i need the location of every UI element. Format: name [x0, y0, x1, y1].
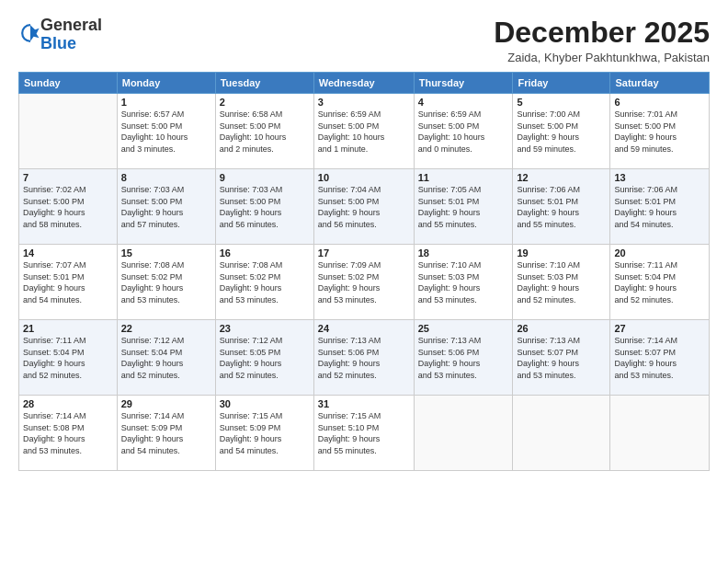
header-sunday: Sunday — [19, 73, 118, 94]
day-info: Sunrise: 7:06 AM Sunset: 5:01 PM Dayligh… — [614, 184, 705, 230]
calendar-table: Sunday Monday Tuesday Wednesday Thursday… — [18, 72, 710, 471]
calendar-cell: 28Sunrise: 7:14 AM Sunset: 5:08 PM Dayli… — [19, 396, 118, 471]
header: General Blue December 2025 Zaida, Khyber… — [18, 17, 710, 64]
day-number: 22 — [121, 323, 211, 334]
calendar-cell: 25Sunrise: 7:13 AM Sunset: 5:06 PM Dayli… — [414, 320, 513, 396]
day-number: 23 — [220, 323, 310, 334]
day-info: Sunrise: 7:01 AM Sunset: 5:00 PM Dayligh… — [614, 109, 705, 155]
calendar-cell: 6Sunrise: 7:01 AM Sunset: 5:00 PM Daylig… — [610, 94, 710, 169]
day-number: 8 — [121, 172, 211, 183]
day-info: Sunrise: 7:13 AM Sunset: 5:06 PM Dayligh… — [418, 335, 509, 381]
day-number: 28 — [23, 398, 113, 409]
day-number: 25 — [418, 323, 509, 334]
day-number: 2 — [220, 97, 310, 108]
day-number: 7 — [23, 172, 113, 183]
day-info: Sunrise: 7:02 AM Sunset: 5:00 PM Dayligh… — [23, 184, 113, 230]
day-info: Sunrise: 7:11 AM Sunset: 5:04 PM Dayligh… — [23, 335, 113, 381]
calendar-week-row: 21Sunrise: 7:11 AM Sunset: 5:04 PM Dayli… — [19, 320, 710, 396]
logo-icon — [20, 23, 40, 43]
day-info: Sunrise: 7:07 AM Sunset: 5:01 PM Dayligh… — [23, 259, 113, 305]
calendar-cell: 29Sunrise: 7:14 AM Sunset: 5:09 PM Dayli… — [117, 396, 215, 471]
day-info: Sunrise: 7:13 AM Sunset: 5:06 PM Dayligh… — [318, 335, 410, 381]
calendar-cell: 11Sunrise: 7:05 AM Sunset: 5:01 PM Dayli… — [414, 169, 513, 245]
calendar-cell: 16Sunrise: 7:08 AM Sunset: 5:02 PM Dayli… — [215, 245, 313, 320]
day-info: Sunrise: 7:14 AM Sunset: 5:07 PM Dayligh… — [614, 335, 705, 381]
day-number: 14 — [23, 247, 113, 259]
day-number: 29 — [121, 398, 211, 409]
calendar-cell — [513, 396, 610, 471]
calendar-cell: 14Sunrise: 7:07 AM Sunset: 5:01 PM Dayli… — [19, 245, 118, 320]
day-info: Sunrise: 7:10 AM Sunset: 5:03 PM Dayligh… — [517, 259, 606, 305]
day-info: Sunrise: 7:14 AM Sunset: 5:08 PM Dayligh… — [23, 410, 113, 456]
weekday-header-row: Sunday Monday Tuesday Wednesday Thursday… — [19, 73, 710, 94]
calendar-week-row: 28Sunrise: 7:14 AM Sunset: 5:08 PM Dayli… — [19, 396, 710, 471]
title-area: December 2025 Zaida, Khyber Pakhtunkhwa,… — [494, 17, 710, 64]
day-number: 9 — [220, 172, 310, 183]
day-info: Sunrise: 6:58 AM Sunset: 5:00 PM Dayligh… — [220, 109, 310, 155]
day-number: 24 — [318, 323, 410, 334]
header-thursday: Thursday — [414, 73, 513, 94]
day-number: 18 — [418, 247, 509, 259]
day-info: Sunrise: 7:00 AM Sunset: 5:00 PM Dayligh… — [517, 109, 606, 155]
calendar-cell — [19, 94, 118, 169]
day-number: 17 — [318, 247, 410, 259]
logo-general-text: General — [40, 16, 102, 34]
page: General Blue December 2025 Zaida, Khyber… — [0, 0, 728, 563]
header-monday: Monday — [117, 73, 215, 94]
calendar-cell: 15Sunrise: 7:08 AM Sunset: 5:02 PM Dayli… — [117, 245, 215, 320]
calendar-cell: 12Sunrise: 7:06 AM Sunset: 5:01 PM Dayli… — [513, 169, 610, 245]
day-number: 19 — [517, 247, 606, 259]
day-info: Sunrise: 6:59 AM Sunset: 5:00 PM Dayligh… — [418, 109, 509, 155]
day-number: 27 — [614, 323, 705, 334]
day-info: Sunrise: 7:03 AM Sunset: 5:00 PM Dayligh… — [121, 184, 211, 230]
calendar-cell: 22Sunrise: 7:12 AM Sunset: 5:04 PM Dayli… — [117, 320, 215, 396]
calendar-cell: 3Sunrise: 6:59 AM Sunset: 5:00 PM Daylig… — [313, 94, 414, 169]
day-info: Sunrise: 7:11 AM Sunset: 5:04 PM Dayligh… — [614, 259, 705, 305]
day-number: 3 — [318, 97, 410, 108]
calendar-cell: 1Sunrise: 6:57 AM Sunset: 5:00 PM Daylig… — [117, 94, 215, 169]
day-info: Sunrise: 7:06 AM Sunset: 5:01 PM Dayligh… — [517, 184, 606, 230]
day-number: 15 — [121, 247, 211, 259]
day-info: Sunrise: 7:13 AM Sunset: 5:07 PM Dayligh… — [517, 335, 606, 381]
calendar-cell: 30Sunrise: 7:15 AM Sunset: 5:09 PM Dayli… — [215, 396, 313, 471]
day-info: Sunrise: 7:04 AM Sunset: 5:00 PM Dayligh… — [318, 184, 410, 230]
day-info: Sunrise: 7:05 AM Sunset: 5:01 PM Dayligh… — [418, 184, 509, 230]
day-number: 5 — [517, 97, 606, 108]
day-info: Sunrise: 7:12 AM Sunset: 5:04 PM Dayligh… — [121, 335, 211, 381]
day-info: Sunrise: 7:12 AM Sunset: 5:05 PM Dayligh… — [220, 335, 310, 381]
header-friday: Friday — [513, 73, 610, 94]
calendar-cell — [414, 396, 513, 471]
calendar-cell: 17Sunrise: 7:09 AM Sunset: 5:02 PM Dayli… — [313, 245, 414, 320]
logo-blue-text: Blue — [40, 34, 76, 52]
day-number: 6 — [614, 97, 705, 108]
header-tuesday: Tuesday — [215, 73, 313, 94]
day-number: 11 — [418, 172, 509, 183]
calendar-cell: 27Sunrise: 7:14 AM Sunset: 5:07 PM Dayli… — [610, 320, 710, 396]
calendar-cell: 2Sunrise: 6:58 AM Sunset: 5:00 PM Daylig… — [215, 94, 313, 169]
day-number: 4 — [418, 97, 509, 108]
calendar-cell: 26Sunrise: 7:13 AM Sunset: 5:07 PM Dayli… — [513, 320, 610, 396]
header-saturday: Saturday — [610, 73, 710, 94]
calendar-cell: 4Sunrise: 6:59 AM Sunset: 5:00 PM Daylig… — [414, 94, 513, 169]
day-info: Sunrise: 6:59 AM Sunset: 5:00 PM Dayligh… — [318, 109, 410, 155]
header-wednesday: Wednesday — [313, 73, 414, 94]
day-info: Sunrise: 7:10 AM Sunset: 5:03 PM Dayligh… — [418, 259, 509, 305]
calendar-cell: 18Sunrise: 7:10 AM Sunset: 5:03 PM Dayli… — [414, 245, 513, 320]
calendar-cell: 8Sunrise: 7:03 AM Sunset: 5:00 PM Daylig… — [117, 169, 215, 245]
day-info: Sunrise: 7:03 AM Sunset: 5:00 PM Dayligh… — [220, 184, 310, 230]
day-number: 1 — [121, 97, 211, 108]
calendar-cell: 7Sunrise: 7:02 AM Sunset: 5:00 PM Daylig… — [19, 169, 118, 245]
calendar-cell: 5Sunrise: 7:00 AM Sunset: 5:00 PM Daylig… — [513, 94, 610, 169]
calendar-cell: 13Sunrise: 7:06 AM Sunset: 5:01 PM Dayli… — [610, 169, 710, 245]
day-info: Sunrise: 7:09 AM Sunset: 5:02 PM Dayligh… — [318, 259, 410, 305]
day-info: Sunrise: 7:15 AM Sunset: 5:09 PM Dayligh… — [220, 410, 310, 456]
day-number: 30 — [220, 398, 310, 409]
calendar-cell: 20Sunrise: 7:11 AM Sunset: 5:04 PM Dayli… — [610, 245, 710, 320]
calendar-week-row: 14Sunrise: 7:07 AM Sunset: 5:01 PM Dayli… — [19, 245, 710, 320]
day-number: 20 — [614, 247, 705, 259]
calendar-cell — [610, 396, 710, 471]
calendar-cell: 10Sunrise: 7:04 AM Sunset: 5:00 PM Dayli… — [313, 169, 414, 245]
day-number: 13 — [614, 172, 705, 183]
calendar-week-row: 7Sunrise: 7:02 AM Sunset: 5:00 PM Daylig… — [19, 169, 710, 245]
day-info: Sunrise: 6:57 AM Sunset: 5:00 PM Dayligh… — [121, 109, 211, 155]
